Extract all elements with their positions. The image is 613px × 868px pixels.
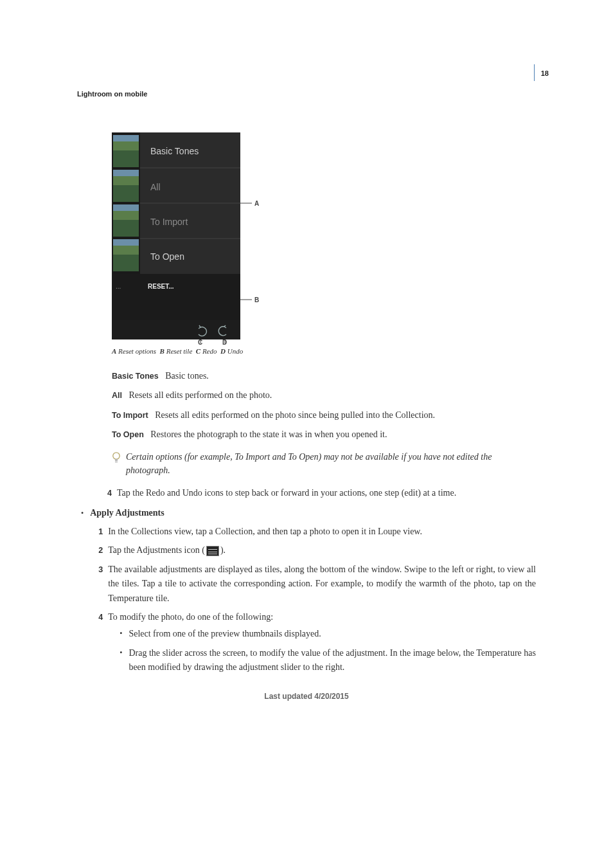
- svg-rect-10: [113, 170, 139, 176]
- svg-rect-20: [112, 300, 240, 320]
- svg-rect-2: [113, 141, 139, 150]
- running-header: Lightroom on mobile: [77, 90, 536, 98]
- apply-adjustments-heading-row: • Apply Adjustments 1 In the Collections…: [81, 508, 536, 687]
- list-item: 1 In the Collections view, tap a Collect…: [90, 525, 536, 539]
- reset-tile-label: RESET...: [148, 283, 174, 290]
- page-footer: Last updated 4/20/2015: [0, 692, 613, 701]
- section-title-apply-adjustments: Apply Adjustments: [90, 508, 164, 518]
- menu-item-all: All: [150, 182, 161, 192]
- list-item: 4 To modify the photo, do one of the fol…: [90, 610, 536, 680]
- svg-point-26: [113, 452, 120, 458]
- callout-a: A: [254, 200, 259, 207]
- svg-rect-9: [113, 135, 139, 141]
- list-item: 2 Tap the Adjustments icon ().: [90, 543, 536, 557]
- callout-d: D: [222, 339, 227, 345]
- list-item: •Drag the slider across the screen, to m…: [120, 646, 536, 675]
- apply-steps-list: 1 In the Collections view, tap a Collect…: [90, 525, 536, 680]
- svg-text:...: ...: [116, 283, 121, 290]
- callout-c: C: [198, 339, 202, 345]
- list-item: 4 Tap the Redo and Undo icons to step ba…: [99, 486, 536, 500]
- menu-item-to-open: To Open: [150, 251, 184, 262]
- page-number: 18: [541, 69, 549, 77]
- tip-note: Certain options (for example, To Import …: [112, 450, 536, 477]
- definition-list: Basic Tones Basic tones. All Resets all …: [112, 369, 536, 442]
- svg-rect-12: [113, 239, 139, 246]
- page-number-box: 18: [534, 64, 549, 81]
- tip-text: Certain options (for example, To Import …: [126, 452, 492, 475]
- apply-sub-bullets: •Select from one of the preview thumbnai…: [120, 627, 536, 674]
- step-4-list: 4 Tap the Redo and Undo icons to step ba…: [99, 486, 536, 500]
- adjustments-icon: [206, 546, 219, 556]
- list-item: •Select from one of the preview thumbnai…: [120, 627, 536, 641]
- figure-container: Basic Tones All To Import To Open RESET.…: [112, 132, 536, 355]
- svg-rect-8: [113, 246, 139, 255]
- def-to-import: To Import Resets all edits performed on …: [112, 408, 536, 422]
- def-to-open: To Open Restores the photograph to the s…: [112, 428, 536, 442]
- svg-rect-21: [112, 320, 240, 339]
- list-item: 3 The available adjustments are displaye…: [90, 563, 536, 606]
- reset-menu-illustration: Basic Tones All To Import To Open RESET.…: [112, 132, 266, 345]
- figure-screenshot: Basic Tones All To Import To Open RESET.…: [112, 132, 266, 345]
- svg-rect-4: [113, 176, 139, 185]
- page: 18 Lightroom on mobile: [0, 0, 613, 739]
- svg-rect-11: [113, 204, 139, 211]
- figure-caption: A Reset options B Reset tile C Redo D Un…: [112, 347, 536, 355]
- menu-item-basic-tones: Basic Tones: [150, 146, 199, 156]
- lightbulb-icon: [112, 451, 121, 464]
- svg-rect-6: [113, 211, 139, 220]
- def-basic-tones: Basic Tones Basic tones.: [112, 369, 536, 383]
- callout-b: B: [254, 296, 259, 303]
- def-all: All Resets all edits performed on the ph…: [112, 388, 536, 402]
- menu-item-to-import: To Import: [150, 217, 188, 227]
